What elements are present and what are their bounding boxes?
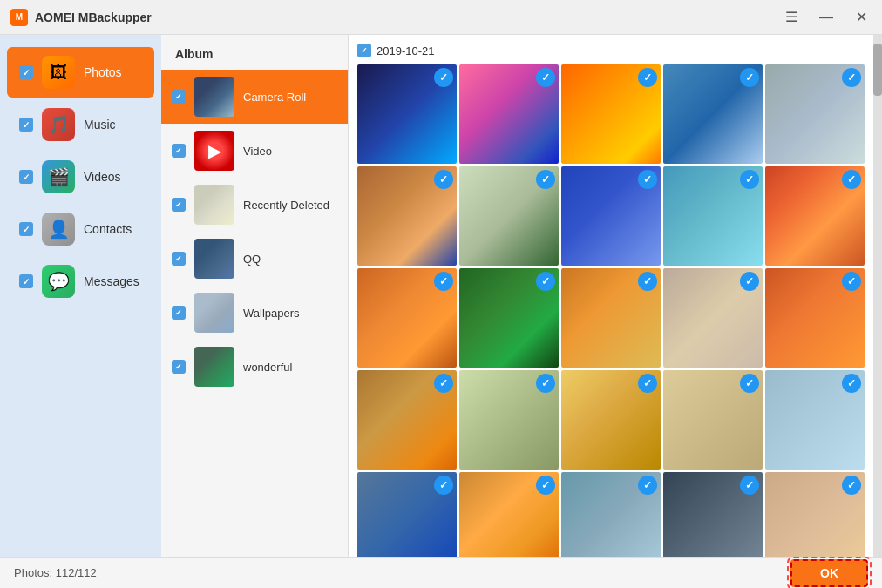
photo-check-badge[interactable]: ✓ — [740, 68, 759, 87]
music-checkbox[interactable] — [19, 118, 33, 132]
photo-check-badge[interactable]: ✓ — [638, 476, 657, 495]
album-item-wonderful[interactable]: wonderful — [161, 340, 348, 394]
photo-check-badge[interactable]: ✓ — [638, 272, 657, 291]
messages-checkbox[interactable] — [19, 274, 33, 288]
album-item-recently-deleted[interactable]: Recently Deleted — [161, 178, 348, 232]
date-select-all-checkbox[interactable] — [357, 44, 371, 57]
qq-thumb — [194, 239, 234, 279]
photo-check-badge[interactable]: ✓ — [536, 170, 555, 189]
music-label: Music — [84, 118, 116, 132]
music-icon: 🎵 — [42, 108, 75, 141]
videos-checkbox[interactable] — [19, 170, 33, 184]
title-bar-controls: ☰ — ✕ — [781, 7, 872, 28]
photos-date-header: 2019-10-21 — [357, 44, 865, 57]
photo-check-badge[interactable]: ✓ — [536, 68, 555, 87]
photo-cell[interactable]: ✓ — [357, 268, 457, 368]
ok-button[interactable]: OK — [790, 559, 868, 587]
photo-cell[interactable]: ✓ — [765, 64, 865, 164]
sidebar-item-photos[interactable]: 🖼 Photos — [7, 47, 154, 98]
photo-check-badge[interactable]: ✓ — [740, 476, 759, 495]
photo-check-badge[interactable]: ✓ — [842, 68, 861, 87]
photo-check-badge[interactable]: ✓ — [434, 374, 453, 393]
messages-icon: 💬 — [42, 265, 75, 298]
photo-check-badge[interactable]: ✓ — [434, 170, 453, 189]
photo-check-badge[interactable]: ✓ — [638, 374, 657, 393]
sidebar-item-videos[interactable]: 🎬 Videos — [7, 152, 154, 202]
photo-cell[interactable]: ✓ — [561, 64, 661, 164]
messages-label: Messages — [84, 274, 139, 288]
scrollbar-thumb[interactable] — [873, 44, 882, 96]
app-icon: M — [10, 9, 28, 26]
photo-cell[interactable]: ✓ — [663, 268, 763, 368]
photo-check-badge[interactable]: ✓ — [536, 374, 555, 393]
photo-cell[interactable]: ✓ — [561, 166, 661, 266]
photo-cell[interactable]: ✓ — [459, 370, 559, 470]
photo-cell[interactable]: ✓ — [561, 370, 661, 470]
photo-cell[interactable]: ✓ — [561, 472, 661, 557]
photos-count: Photos: 112/112 — [14, 566, 97, 579]
right-scrollbar[interactable] — [873, 35, 882, 557]
photo-cell[interactable]: ✓ — [357, 370, 457, 470]
photo-cell[interactable]: ✓ — [765, 472, 865, 557]
photo-check-badge[interactable]: ✓ — [842, 476, 861, 495]
video-checkbox[interactable] — [172, 144, 186, 158]
photo-grid: ✓✓✓✓✓✓✓✓✓✓✓✓✓✓✓✓✓✓✓✓✓✓✓✓✓ — [357, 64, 865, 557]
photo-cell[interactable]: ✓ — [357, 166, 457, 266]
photo-check-badge[interactable]: ✓ — [434, 476, 453, 495]
photo-cell[interactable]: ✓ — [459, 472, 559, 557]
photo-check-badge[interactable]: ✓ — [842, 374, 861, 393]
wallpapers-thumb — [194, 293, 234, 333]
wallpapers-checkbox[interactable] — [172, 306, 186, 320]
photo-cell[interactable]: ✓ — [459, 166, 559, 266]
album-item-video[interactable]: ▶ Video — [161, 124, 348, 178]
photo-check-badge[interactable]: ✓ — [842, 170, 861, 189]
qq-label: QQ — [243, 253, 261, 266]
wonderful-thumb — [194, 347, 234, 387]
title-bar-left: M AOMEI MBackupper — [10, 9, 152, 26]
album-item-wallpapers[interactable]: Wallpapers — [161, 286, 348, 340]
photo-check-badge[interactable]: ✓ — [740, 170, 759, 189]
photo-cell[interactable]: ✓ — [765, 268, 865, 368]
photo-cell[interactable]: ✓ — [357, 472, 457, 557]
camera-roll-checkbox[interactable] — [172, 90, 186, 104]
photo-cell[interactable]: ✓ — [663, 370, 763, 470]
album-item-camera-roll[interactable]: Camera Roll — [161, 70, 348, 124]
photo-check-badge[interactable]: ✓ — [842, 272, 861, 291]
minimize-button[interactable]: — — [816, 7, 837, 28]
main-container: 🖼 Photos 🎵 Music 🎬 Videos 👤 Contacts 💬 M… — [0, 35, 882, 557]
title-bar: M AOMEI MBackupper ☰ — ✕ — [0, 0, 882, 35]
recently-deleted-checkbox[interactable] — [172, 198, 186, 212]
photo-cell[interactable]: ✓ — [765, 370, 865, 470]
photos-date-label: 2019-10-21 — [377, 44, 435, 57]
photo-cell[interactable]: ✓ — [663, 472, 763, 557]
photo-check-badge[interactable]: ✓ — [536, 272, 555, 291]
close-button[interactable]: ✕ — [851, 7, 872, 28]
photos-label: Photos — [84, 65, 122, 79]
album-item-qq[interactable]: QQ — [161, 232, 348, 286]
photo-cell[interactable]: ✓ — [459, 268, 559, 368]
photos-checkbox[interactable] — [19, 65, 33, 79]
photo-check-badge[interactable]: ✓ — [638, 170, 657, 189]
photo-check-badge[interactable]: ✓ — [434, 68, 453, 87]
photo-cell[interactable]: ✓ — [663, 166, 763, 266]
photo-check-badge[interactable]: ✓ — [740, 374, 759, 393]
photo-cell[interactable]: ✓ — [459, 64, 559, 164]
photo-cell[interactable]: ✓ — [765, 166, 865, 266]
photo-cell[interactable]: ✓ — [663, 64, 763, 164]
sidebar-item-music[interactable]: 🎵 Music — [7, 99, 154, 150]
sidebar-item-messages[interactable]: 💬 Messages — [7, 256, 154, 307]
wonderful-checkbox[interactable] — [172, 360, 186, 374]
qq-checkbox[interactable] — [172, 252, 186, 266]
sidebar-item-contacts[interactable]: 👤 Contacts — [7, 204, 154, 254]
photos-icon: 🖼 — [42, 56, 75, 89]
contacts-checkbox[interactable] — [19, 222, 33, 236]
albums-panel: Album Camera Roll ▶ Video Recently Delet… — [161, 35, 349, 557]
photo-check-badge[interactable]: ✓ — [740, 272, 759, 291]
photos-panel: 2019-10-21 ✓✓✓✓✓✓✓✓✓✓✓✓✓✓✓✓✓✓✓✓✓✓✓✓✓ — [349, 35, 873, 557]
photo-check-badge[interactable]: ✓ — [536, 476, 555, 495]
menu-button[interactable]: ☰ — [781, 7, 802, 28]
photo-check-badge[interactable]: ✓ — [434, 272, 453, 291]
photo-check-badge[interactable]: ✓ — [638, 68, 657, 87]
photo-cell[interactable]: ✓ — [561, 268, 661, 368]
photo-cell[interactable]: ✓ — [357, 64, 457, 164]
